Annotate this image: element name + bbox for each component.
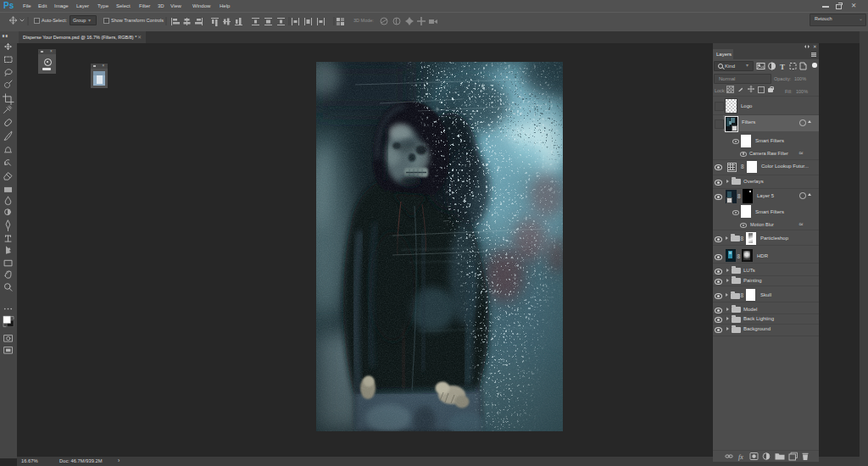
svg-text:T: T bbox=[780, 63, 785, 71]
svg-text:fx: fx bbox=[738, 453, 743, 461]
